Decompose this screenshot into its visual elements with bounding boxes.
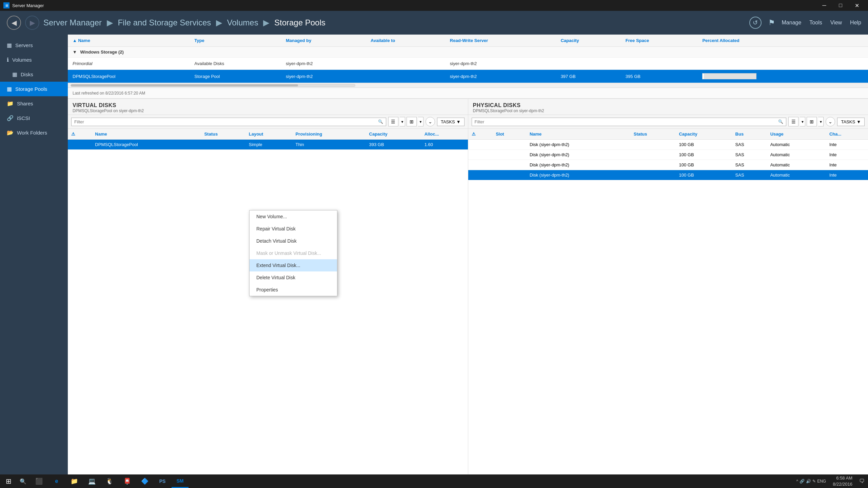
table-row-selected[interactable]: DPMSQLStoragePool Storage Pool siyer-dpm…	[68, 70, 868, 83]
col-free-space[interactable]: Free Space	[621, 35, 698, 47]
taskbar-app-explorer[interactable]: 📁	[66, 474, 83, 488]
sidebar-item-iscsi[interactable]: 🔗 iSCSI	[0, 111, 68, 125]
taskbar-app-sm[interactable]: SM	[172, 474, 189, 488]
pd-expand-button[interactable]: ⌄	[826, 117, 835, 126]
menu-tools[interactable]: Tools	[809, 20, 822, 26]
taskbar-app-edge[interactable]: e	[48, 474, 65, 488]
pd-col-capacity[interactable]: Capacity	[675, 129, 732, 140]
minimize-button[interactable]: ─	[816, 0, 832, 11]
tasks-button[interactable]: TASKS ▼	[437, 118, 465, 126]
sidebar-item-storage-pools[interactable]: ▦ Storage Pools	[0, 82, 68, 96]
virtual-disk-row[interactable]: DPMSQLStoragePool Simple Thin 393 GB 1.6…	[68, 140, 468, 150]
vd-col-capacity[interactable]: Capacity	[366, 129, 421, 140]
sidebar-item-disks[interactable]: ▦ Disks	[0, 67, 68, 82]
pd-list-view-dropdown[interactable]: ▼	[800, 117, 805, 126]
col-type[interactable]: Type	[190, 35, 281, 47]
context-menu-extend[interactable]: Extend Virtual Disk...	[250, 259, 337, 271]
physical-disk-row-1[interactable]: Disk (siyer-dpm-th2) 100 GB SAS Automati…	[468, 140, 868, 150]
pd-col-cha[interactable]: Cha...	[826, 129, 868, 140]
vd-col-layout[interactable]: Layout	[245, 129, 292, 140]
sidebar-item-shares[interactable]: 📁 Shares	[0, 96, 68, 111]
pd-group-button[interactable]: ⊞	[807, 117, 817, 126]
group-dropdown[interactable]: ▼	[418, 117, 423, 126]
physical-disk-row-4[interactable]: Disk (siyer-dpm-th2) 100 GB SAS Automati…	[468, 170, 868, 180]
context-menu-detach[interactable]: Detach Virtual Disk	[250, 235, 337, 247]
close-button[interactable]: ✕	[849, 0, 865, 11]
list-view-dropdown[interactable]: ▼	[400, 117, 405, 126]
disks-icon: ▦	[12, 71, 17, 78]
breadcrumb-volumes[interactable]: Volumes	[227, 18, 258, 27]
horizontal-scrollbar[interactable]	[68, 83, 868, 88]
col-percent[interactable]: Percent Allocated	[697, 35, 846, 47]
pd-col-bus[interactable]: Bus	[732, 129, 767, 140]
app-icon: 🖥	[3, 2, 9, 8]
group-button[interactable]: ⊞	[407, 117, 417, 126]
physical-disk-row-2[interactable]: Disk (siyer-dpm-th2) 100 GB SAS Automati…	[468, 150, 868, 160]
physical-disks-filter-box[interactable]: 🔍	[472, 118, 787, 126]
context-menu-delete[interactable]: Delete Virtual Disk	[250, 271, 337, 284]
pd-cell-warning-1	[468, 140, 493, 150]
pd-col-usage[interactable]: Usage	[767, 129, 826, 140]
pd-list-view-button[interactable]: ☰	[788, 117, 798, 126]
context-menu-new-volume[interactable]: New Volume...	[250, 210, 337, 223]
vd-col-provisioning[interactable]: Provisioning	[292, 129, 366, 140]
virtual-disks-filter-box[interactable]: 🔍	[71, 118, 386, 126]
menu-help[interactable]: Help	[850, 20, 861, 26]
breadcrumb-file-storage[interactable]: File and Storage Services	[118, 18, 211, 27]
physical-disks-filter-input[interactable]	[475, 119, 542, 124]
forward-button[interactable]: ▶	[25, 16, 39, 30]
col-capacity[interactable]: Capacity	[556, 35, 621, 47]
physical-disk-row-3[interactable]: Disk (siyer-dpm-th2) 100 GB SAS Automati…	[468, 160, 868, 170]
taskbar-app-blue[interactable]: 🔷	[136, 474, 153, 488]
col-extra[interactable]	[846, 35, 868, 47]
sidebar-item-volumes[interactable]: ℹ Volumes	[0, 53, 68, 67]
col-managed-by[interactable]: Managed by	[281, 35, 366, 47]
sidebar-item-work-folders[interactable]: 📂 Work Folders	[0, 125, 68, 140]
notification-button[interactable]: 🗨	[856, 474, 868, 488]
vd-col-warning[interactable]: ⚠	[68, 129, 92, 140]
pd-cell-status-2	[630, 150, 676, 160]
refresh-button[interactable]: ↺	[749, 17, 762, 29]
vd-col-alloc[interactable]: Alloc...	[421, 129, 468, 140]
taskbar-app-mail[interactable]: 📮	[119, 474, 136, 488]
taskbar-search-button[interactable]: 🔍	[17, 474, 29, 488]
col-name[interactable]: ▲ Name	[68, 35, 190, 47]
context-menu-repair[interactable]: Repair Virtual Disk	[250, 223, 337, 235]
breadcrumb-server-manager[interactable]: Server Manager	[43, 18, 102, 27]
taskbar-app-powershell[interactable]: PS	[154, 474, 171, 488]
vd-col-name[interactable]: Name	[92, 129, 201, 140]
bottom-panels: VIRTUAL DISKS DPMSQLStoragePool on siyer…	[68, 98, 868, 474]
systray-lang[interactable]: ENG	[817, 479, 826, 484]
pd-col-name[interactable]: Name	[526, 129, 630, 140]
virtual-disks-title: VIRTUAL DISKS	[73, 102, 463, 108]
back-button[interactable]: ◀	[7, 16, 21, 30]
context-menu-properties[interactable]: Properties	[250, 284, 337, 296]
pd-tasks-button[interactable]: TASKS ▼	[837, 118, 865, 126]
vd-col-status[interactable]: Status	[201, 129, 245, 140]
pd-col-warning[interactable]: ⚠	[468, 129, 493, 140]
taskbar-app-linux[interactable]: 🐧	[101, 474, 118, 488]
virtual-disks-filter-input[interactable]	[74, 119, 142, 124]
systray-volume[interactable]: 🔊	[806, 479, 811, 484]
menu-manage[interactable]: Manage	[782, 20, 802, 26]
pd-col-status[interactable]: Status	[630, 129, 676, 140]
systray-chevron[interactable]: ^	[796, 479, 798, 484]
pd-group-dropdown[interactable]: ▼	[818, 117, 824, 126]
pd-col-slot[interactable]: Slot	[492, 129, 526, 140]
col-available-to[interactable]: Available to	[366, 35, 445, 47]
iscsi-icon: 🔗	[7, 115, 14, 121]
menu-view[interactable]: View	[830, 20, 842, 26]
pd-cell-warning-2	[468, 150, 493, 160]
list-view-button[interactable]: ☰	[388, 117, 398, 126]
pd-cell-usage-3: Automatic	[767, 160, 826, 170]
table-row[interactable]: Primordial Available Disks siyer-dpm-th2…	[68, 58, 868, 70]
taskbar-app-task-view[interactable]: ⬛	[31, 474, 47, 488]
taskbar-app-cmd[interactable]: 💻	[83, 474, 100, 488]
sidebar-item-servers[interactable]: ▦ Servers	[0, 38, 68, 53]
flag-icon[interactable]: ⚑	[768, 18, 775, 27]
taskbar-clock[interactable]: 6:58 AM 8/22/2016	[829, 475, 856, 487]
maximize-button[interactable]: □	[833, 0, 848, 11]
start-button[interactable]: ⊞	[0, 474, 17, 488]
col-rw-server[interactable]: Read-Write Server	[445, 35, 556, 47]
expand-button[interactable]: ⌄	[426, 117, 435, 126]
